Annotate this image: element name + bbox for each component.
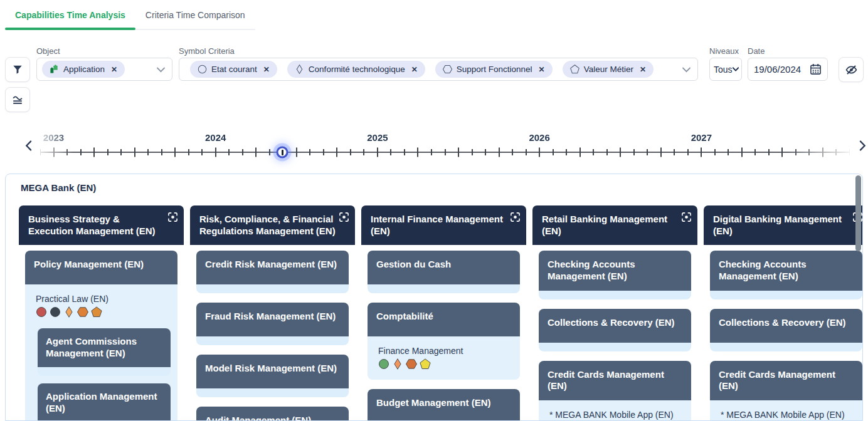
focus-icon[interactable] <box>510 212 521 222</box>
tab-criteria-time-comparison[interactable]: Criteria Time Comparison <box>135 8 255 29</box>
hide-criteria-button[interactable] <box>839 57 864 82</box>
application-item[interactable]: Practical Law (EN) <box>30 290 172 321</box>
capability-card-header[interactable]: Fraud Risk Management (EN) <box>196 303 349 336</box>
timeline-tick <box>553 149 554 155</box>
chip-label: Valeur Métier <box>584 65 633 74</box>
timeline-slider-handle[interactable] <box>277 147 288 159</box>
symbol-criteria-chip[interactable]: Support Fonctionnel✕ <box>435 61 553 78</box>
capability-card: Collections & Recovery (EN) <box>539 309 691 351</box>
criteria-shapes-row <box>378 358 511 370</box>
capability-column-header[interactable]: Retail Banking Management (EN) <box>532 205 697 245</box>
object-label: Object <box>36 46 172 56</box>
focus-icon[interactable] <box>167 212 178 222</box>
capability-card: Model Risk Management (EN) <box>196 355 349 397</box>
circle-outline-icon <box>198 65 207 74</box>
application-item[interactable]: * MEGA BANK Mobile App (EN) <box>544 406 686 421</box>
capability-card-header[interactable]: Credit Cards Management (EN) <box>710 361 862 401</box>
date-input[interactable] <box>754 64 807 75</box>
capability-card: Budget Management (EN) <box>368 389 520 421</box>
timeline-track[interactable]: 20232024202520262027 <box>40 130 850 169</box>
symbol-criteria-chip[interactable]: Valeur Métier✕ <box>563 61 654 78</box>
remove-chip-icon[interactable]: ✕ <box>111 65 117 74</box>
capability-column-title: Internal Finance Management (EN) <box>371 214 503 236</box>
timeline-tick <box>620 148 621 157</box>
filter-button[interactable] <box>5 57 30 82</box>
object-filter-group: Object Application✕ <box>36 46 172 81</box>
timeline-tick <box>242 149 243 155</box>
capability-card-header[interactable]: Credit Cards Management (EN) <box>539 361 691 401</box>
timeline-next-button[interactable] <box>855 138 868 152</box>
caret-down-icon <box>733 67 739 71</box>
application-item[interactable]: Finance Management <box>373 342 515 373</box>
capability-column-title: Digital Banking Management (EN) <box>713 214 842 236</box>
capability-card: Agent Commissions Management (EN) <box>38 328 171 376</box>
timeline-tick <box>40 149 41 155</box>
capability-card-header[interactable]: Checking Accounts Management (EN) <box>710 251 862 291</box>
capability-card-header[interactable]: Gestion du Cash <box>368 251 520 284</box>
timeline-tick <box>80 149 82 155</box>
timeline-tick <box>147 149 149 155</box>
remove-chip-icon[interactable]: ✕ <box>539 65 545 74</box>
timeline-tick <box>255 148 257 157</box>
timeline-tick <box>363 149 364 155</box>
timeline-year-label: 2024 <box>205 132 226 143</box>
capability-column-header[interactable]: Business Strategy & Execution Management… <box>19 205 184 245</box>
application-item[interactable]: * MEGA BANK Mobile App (EN) <box>715 406 857 421</box>
timeline-tick <box>741 148 743 157</box>
vertical-scrollbar[interactable] <box>855 175 861 251</box>
remove-chip-icon[interactable]: ✕ <box>640 65 646 74</box>
focus-icon[interactable] <box>681 212 692 222</box>
capability-column-body: Credit Risk Management (EN)Fraud Risk Ma… <box>190 245 355 421</box>
timeline-tick <box>107 149 109 155</box>
timeline-settings-button[interactable] <box>5 87 30 112</box>
capability-column-header[interactable]: Risk, Compliance, & Financial Regulation… <box>190 205 355 245</box>
object-dropdown[interactable]: Application✕ <box>36 58 172 81</box>
timeline-tick <box>134 148 135 157</box>
timeline-tick <box>849 149 850 155</box>
timeline-year-label: 2025 <box>367 132 388 143</box>
capability-column-body: Checking Accounts Management (EN)Collect… <box>532 245 697 421</box>
capability-card-header[interactable]: Credit Risk Management (EN) <box>196 251 349 284</box>
capability-column-header[interactable]: Digital Banking Management (EN) <box>704 205 863 245</box>
capability-card-header[interactable]: Budget Management (EN) <box>368 389 520 421</box>
symbol-criteria-dropdown[interactable]: Etat courant✕Conformité technologique✕Su… <box>179 58 698 81</box>
date-field <box>748 58 828 81</box>
board-title: MEGA Bank (EN) <box>6 174 862 193</box>
chevron-down-icon[interactable] <box>682 64 691 75</box>
chevron-down-icon[interactable] <box>157 64 165 75</box>
capability-card-header[interactable]: Agent Commissions Management (EN) <box>38 328 171 367</box>
symbol-criteria-chip[interactable]: Conformité technologique✕ <box>287 61 425 78</box>
timeline-tick <box>228 149 230 155</box>
capability-card-header[interactable]: Application Management (EN) <box>38 383 171 421</box>
capability-card-header[interactable]: Collections & Recovery (EN) <box>539 309 691 343</box>
capability-card-header[interactable]: Comptabilité <box>368 303 520 336</box>
chip-label: Application <box>63 65 105 74</box>
timeline-tick <box>458 148 459 157</box>
capability-card-empty-strip <box>38 367 171 376</box>
capability-column-header[interactable]: Internal Finance Management (EN) <box>361 205 526 245</box>
calendar-icon[interactable] <box>810 63 822 75</box>
capability-column-body: Gestion du CashComptabilitéFinance Manag… <box>361 245 526 421</box>
remove-chip-icon[interactable]: ✕ <box>411 65 418 74</box>
focus-icon[interactable] <box>339 212 349 222</box>
capability-card-header[interactable]: Policy Management (EN) <box>25 251 177 284</box>
capability-card-header[interactable]: Model Risk Management (EN) <box>196 355 349 388</box>
application-name: * MEGA BANK Mobile App (EN) <box>721 409 854 420</box>
timeline-prev-button[interactable] <box>21 138 35 152</box>
capability-card-header[interactable]: Collections & Recovery (EN) <box>710 309 862 343</box>
timeline-tick <box>309 149 310 155</box>
timeline-tick <box>431 149 432 155</box>
capability-card-header[interactable]: Checking Accounts Management (EN) <box>539 251 691 291</box>
capability-card-header[interactable]: Audit Management (EN) <box>196 407 349 421</box>
capability-card-content: Practical Law (EN)Agent Commissions Mana… <box>25 284 177 421</box>
levels-select[interactable]: Tous <box>709 58 742 81</box>
timeline-tick <box>323 149 324 155</box>
capability-card: Fraud Risk Management (EN) <box>196 303 349 345</box>
timeline-tick <box>728 149 729 155</box>
capability-card-empty-strip <box>710 291 862 299</box>
tab-capabilities-time-analysis[interactable]: Capabilities Time Analysis <box>5 8 135 29</box>
object-chip[interactable]: Application✕ <box>42 61 125 78</box>
remove-chip-icon[interactable]: ✕ <box>263 65 270 74</box>
symbol-criteria-chip[interactable]: Etat courant✕ <box>190 61 277 78</box>
chip-label: Etat courant <box>211 65 257 74</box>
